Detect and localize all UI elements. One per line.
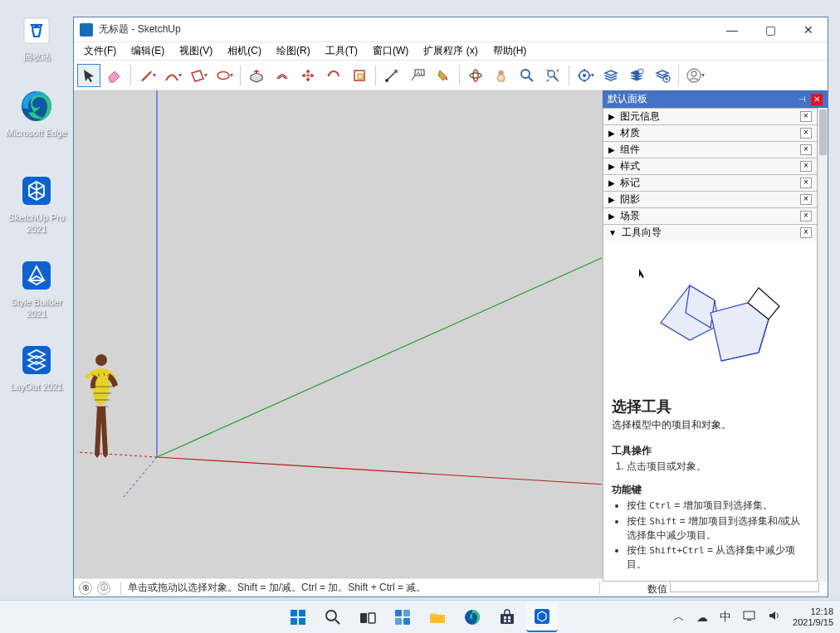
panel-title[interactable]: 默认面板 ⊣ ✕ <box>603 90 828 108</box>
svg-point-31 <box>692 295 693 295</box>
tray-ime[interactable]: 中 <box>720 610 731 625</box>
desktop-label-sketchup: SketchUp Pro 2021 <box>4 212 69 235</box>
panel-scrollbar[interactable] <box>818 108 828 582</box>
section-styles[interactable]: ▶样式× <box>603 158 817 174</box>
tool-scale[interactable] <box>348 64 371 87</box>
svg-rect-47 <box>299 618 305 625</box>
tool-circle[interactable]: ▾ <box>212 64 236 87</box>
menu-edit[interactable]: 编辑(E) <box>125 42 171 60</box>
window-close[interactable]: ✕ <box>789 17 828 42</box>
menu-file[interactable]: 文件(F) <box>77 42 123 60</box>
panel-close-icon[interactable]: ✕ <box>811 94 823 105</box>
status-credits-icon[interactable]: ⓘ <box>97 582 110 595</box>
taskbar-explorer[interactable] <box>422 602 453 632</box>
viewport[interactable] <box>74 90 602 578</box>
tool-zoom[interactable] <box>515 64 539 87</box>
section-components[interactable]: ▶组件× <box>603 142 817 158</box>
menu-view[interactable]: 视图(V) <box>173 42 219 60</box>
tool-arc[interactable]: ▾ <box>161 64 184 87</box>
section-tags[interactable]: ▶标记× <box>603 175 817 191</box>
svg-rect-61 <box>508 620 510 622</box>
section-close-icon[interactable]: × <box>800 144 812 155</box>
desktop-icon-sketchup[interactable]: SketchUp Pro 2021 <box>4 173 69 235</box>
taskbar-edge[interactable] <box>457 602 488 632</box>
window-maximize[interactable]: ▢ <box>751 17 789 42</box>
section-instructor[interactable]: ▼工具向导× <box>603 225 817 241</box>
desktop-icon-layout[interactable]: LayOut 2021 <box>4 342 69 392</box>
tool-text[interactable]: A1 <box>406 64 429 87</box>
desktop-icon-style-builder[interactable]: Style Builder 2021 <box>4 257 69 319</box>
tool-paint[interactable] <box>432 64 455 87</box>
svg-text:A1: A1 <box>417 71 423 75</box>
menu-tools[interactable]: 工具(T) <box>319 42 364 60</box>
tool-ext-layers[interactable] <box>599 64 623 87</box>
svg-rect-58 <box>504 616 506 619</box>
svg-line-24 <box>157 457 602 484</box>
menu-draw[interactable]: 绘图(R) <box>270 42 317 60</box>
svg-rect-59 <box>508 616 510 619</box>
status-hint: 单击或拖动以选择对象。Shift = 加/减。Ctrl = 加。Shift + … <box>128 581 594 595</box>
svg-point-33 <box>676 322 677 323</box>
panel-title-label: 默认面板 <box>608 92 647 106</box>
tool-ext-settings2[interactable] <box>651 64 674 87</box>
taskbar-sketchup-active[interactable] <box>526 602 558 632</box>
section-close-icon[interactable]: × <box>800 194 812 205</box>
svg-point-34 <box>685 326 686 327</box>
menu-help[interactable]: 帮助(H) <box>486 42 534 60</box>
titlebar[interactable]: 无标题 - SketchUp — ▢ ✕ <box>74 17 828 42</box>
tool-offset[interactable] <box>271 64 294 87</box>
section-close-icon[interactable]: × <box>800 178 812 188</box>
tool-rotate[interactable] <box>322 64 345 87</box>
menu-window[interactable]: 窗口(W) <box>366 42 415 60</box>
scrollbar-thumb[interactable] <box>819 110 827 155</box>
svg-rect-54 <box>403 618 410 625</box>
svg-point-35 <box>693 319 694 320</box>
tool-account[interactable]: ▾ <box>683 64 706 87</box>
section-close-icon[interactable]: × <box>800 211 812 222</box>
tray-onedrive-icon[interactable]: ☁ <box>696 611 708 624</box>
window-minimize[interactable]: — <box>713 17 751 42</box>
taskbar-store[interactable] <box>491 602 523 632</box>
tool-zoom-extents[interactable] <box>541 64 564 87</box>
svg-point-29 <box>679 304 680 305</box>
section-scenes[interactable]: ▶场景× <box>603 208 817 224</box>
svg-rect-57 <box>501 614 514 624</box>
tray-chevron-up-icon[interactable]: ︿ <box>673 610 685 625</box>
tool-eraser[interactable] <box>103 64 126 87</box>
section-close-icon[interactable]: × <box>800 111 812 122</box>
taskbar-search[interactable] <box>317 602 349 632</box>
tool-line[interactable]: ▾ <box>135 64 159 87</box>
section-entity-info[interactable]: ▶图元信息× <box>603 109 817 124</box>
section-shadows[interactable]: ▶阴影× <box>603 192 817 207</box>
svg-rect-50 <box>369 613 375 623</box>
section-close-icon[interactable]: × <box>800 128 812 139</box>
tray-volume-icon[interactable] <box>768 610 781 624</box>
tool-ext-settings[interactable]: ▾ <box>574 64 597 87</box>
tool-rectangle[interactable]: ▾ <box>187 64 210 87</box>
tray-clock[interactable]: 12:18 2021/9/15 <box>793 606 833 628</box>
tray-network-icon[interactable] <box>743 610 756 624</box>
scale-figure <box>81 352 126 472</box>
tool-ext-layers2[interactable] <box>625 64 648 87</box>
taskbar-widgets[interactable] <box>387 602 418 632</box>
menu-extensions[interactable]: 扩展程序 (x) <box>417 42 484 60</box>
guide-subtitle: 选择模型中的项目和对象。 <box>612 418 808 432</box>
panel-pin-icon[interactable]: ⊣ <box>796 94 808 105</box>
desktop-icon-edge[interactable]: Microsoft Edge <box>4 88 69 139</box>
tool-tape[interactable] <box>380 64 403 87</box>
menu-camera[interactable]: 相机(C) <box>221 42 268 60</box>
vcb-label: 数值 <box>647 583 667 595</box>
taskbar-start[interactable] <box>282 602 314 632</box>
section-close-icon[interactable]: × <box>800 227 812 238</box>
svg-rect-63 <box>744 611 755 619</box>
desktop-icon-recycle-bin[interactable]: 回收站 <box>4 12 69 62</box>
tool-orbit[interactable] <box>464 64 487 87</box>
tool-move[interactable] <box>296 64 320 87</box>
taskbar-taskview[interactable] <box>352 602 383 632</box>
section-materials[interactable]: ▶材质× <box>603 125 817 141</box>
tool-pan[interactable] <box>490 64 513 87</box>
status-geo-icon[interactable]: ⦿ <box>79 582 92 595</box>
tool-pushpull[interactable] <box>245 64 268 87</box>
section-close-icon[interactable]: × <box>800 161 812 172</box>
tool-select[interactable] <box>77 64 100 87</box>
